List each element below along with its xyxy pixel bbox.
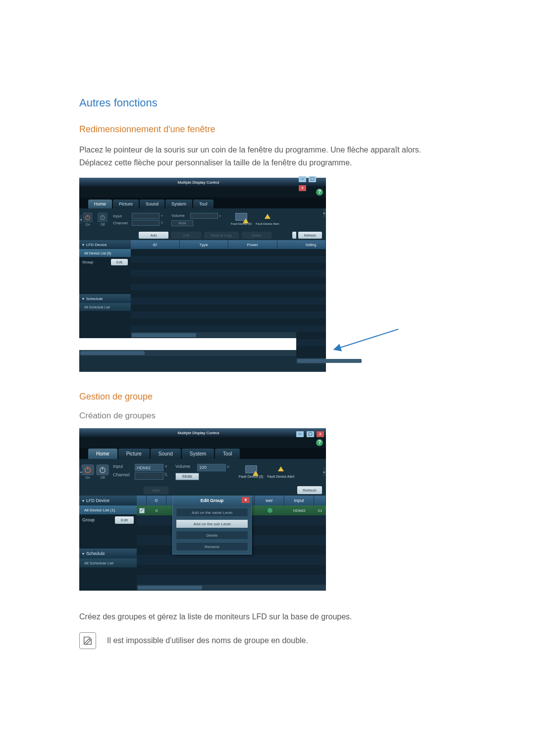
note-text: Il est impossible d'utiliser des noms de… [107, 634, 308, 647]
fault-alert-label: Fault Device Alert [256, 222, 279, 226]
channel-label-2: Channel [113, 472, 135, 480]
all-device-list-2[interactable]: All Device List (1) [79, 505, 137, 514]
channel-select-2[interactable] [135, 472, 163, 480]
action-bar-2: Add Refresh [79, 485, 326, 496]
screenshot-groups: Multiple Display Control – ▢ x ? Home Pi… [79, 428, 456, 591]
action-bar: Add Edit Move & Copy Delete Refresh [79, 230, 326, 240]
toolbar: ◂ On Off Input ▾ Channel ⇅ [79, 208, 326, 230]
input-select-2[interactable]: HDMI2 [135, 464, 163, 471]
heading-resize-window: Redimensionnement d'une fenêtre [79, 124, 456, 135]
power-on-indicator-icon [268, 508, 272, 513]
close-button-3[interactable]: x [317, 431, 324, 437]
volume-label: Volume [171, 213, 190, 218]
input-label-2: Input [113, 464, 135, 471]
power-off-button-2[interactable]: Off [96, 464, 109, 479]
power-off-button[interactable]: Off [96, 212, 109, 227]
volume-field-2[interactable]: 100 [197, 464, 226, 471]
h-scrollbar-4[interactable] [137, 585, 326, 591]
cell-id: 0 [147, 505, 166, 515]
heading-group-mgmt: Gestion de groupe [79, 392, 456, 402]
popup-title: Edit Group [201, 498, 224, 503]
volume-field[interactable] [190, 213, 218, 219]
group-edit-button[interactable]: Edit [111, 259, 128, 265]
maximize-button-2[interactable]: ▢ [309, 176, 316, 182]
power-on-label: On [85, 223, 90, 226]
lfd-device-header[interactable]: LFD Device [79, 240, 131, 249]
power-on-button[interactable]: On [81, 212, 94, 227]
cell-setting: 21 [314, 505, 326, 515]
toolbar-nav-right-3[interactable]: ▸ [323, 467, 326, 476]
toolbar-nav-right-2[interactable]: ▸ [323, 208, 326, 217]
all-schedule-list-2[interactable]: All Schedule List [79, 558, 137, 567]
col-checkbox[interactable] [137, 496, 147, 505]
col-power[interactable]: Power [228, 240, 277, 249]
mute-button-2[interactable]: Mute [175, 473, 199, 480]
add-button[interactable]: Add [139, 232, 168, 239]
row-checkbox[interactable] [139, 508, 145, 513]
mute-button[interactable]: Mute [171, 220, 193, 226]
all-schedule-list[interactable]: All Schedule List [79, 303, 131, 311]
all-device-list[interactable]: All Device List (0) [79, 249, 131, 257]
refresh-button-2[interactable]: Refresh [298, 232, 322, 239]
tab-picture[interactable]: Picture [113, 200, 139, 208]
col-power-2[interactable]: wer [255, 496, 284, 505]
col-type[interactable]: Type [180, 240, 229, 249]
popup-close-button[interactable]: x [242, 497, 250, 503]
input-label: Input [113, 214, 132, 218]
minimize-button-3[interactable]: – [296, 431, 304, 437]
titlebar-2: Multiple Display Control – ▢ x [79, 428, 326, 437]
input-select[interactable] [132, 213, 160, 219]
fault-device-button[interactable]: Fault Device (0) [231, 213, 252, 226]
tab-system[interactable]: System [165, 200, 192, 208]
tab-sound[interactable]: Sound [140, 200, 164, 208]
col-setting-peek: Setting [296, 240, 326, 249]
toolbar-nav-left[interactable]: ◂ [79, 215, 82, 224]
help-icon-2[interactable]: ? [316, 189, 323, 196]
col-id-2[interactable]: 0 [147, 496, 166, 505]
fault-device-button-2[interactable]: Fault Device (0) [239, 465, 263, 479]
paragraph-create: Créez des groupes et gérez la liste de m… [79, 610, 456, 623]
col-id[interactable]: ID [131, 240, 180, 249]
close-button-2[interactable]: x [299, 185, 306, 191]
fault-device-label-2: Fault Device (0) [239, 475, 263, 479]
window-title-2: Multiple Display Control [101, 431, 296, 435]
power-off-label: Off [100, 223, 105, 226]
refresh-button-3[interactable]: Refresh [297, 486, 322, 494]
window-title: Multiple Display Control [101, 180, 296, 185]
fault-alert-button[interactable]: Fault Device Alert [256, 213, 279, 226]
col-input-2[interactable]: Input [284, 496, 314, 505]
group-label-2: Group [82, 517, 112, 522]
minimize-button-2[interactable]: – [299, 176, 306, 182]
channel-select[interactable] [132, 220, 160, 226]
add-same-level-option: Add on the same Level [176, 508, 248, 517]
schedule-header[interactable]: Schedule [79, 294, 131, 303]
tab-sound-2[interactable]: Sound [151, 449, 181, 459]
volume-label-2: Volume [175, 464, 197, 471]
tab-picture-2[interactable]: Picture [118, 449, 150, 459]
cell-power [255, 505, 285, 515]
tab-system-2[interactable]: System [182, 449, 214, 459]
toolbar-nav-left-2[interactable]: ◂ [79, 467, 82, 476]
h-scrollbar-2[interactable] [79, 350, 326, 356]
delete-group-option: Delete [176, 531, 248, 540]
schedule-header-2[interactable]: Schedule [79, 549, 137, 558]
note-icon [79, 632, 96, 649]
tab-home-2[interactable]: Home [88, 449, 117, 459]
h-scrollbar-3[interactable] [296, 358, 326, 364]
lfd-device-header-2[interactable]: LFD Device [79, 496, 137, 505]
tab-tool[interactable]: Tool [193, 200, 214, 208]
help-icon-3[interactable]: ? [316, 439, 323, 446]
edit-button: Edit [171, 232, 201, 239]
channel-label: Channel [113, 221, 132, 225]
titlebar: Multiple Display Control – ▢ x [79, 178, 326, 187]
tab-tool-2[interactable]: Tool [215, 449, 240, 459]
fault-alert-button-2[interactable]: Fault Device Alert [267, 465, 294, 479]
fault-alert-label-2: Fault Device Alert [267, 475, 294, 479]
add-sub-level-option[interactable]: Add on the sub Level [176, 519, 248, 528]
power-on-button-2[interactable]: On [81, 464, 94, 479]
svg-line-4 [339, 329, 398, 348]
group-edit-button-2[interactable]: Edit [115, 516, 134, 524]
heading-create-groups: Création de groupes [79, 411, 456, 421]
tab-home[interactable]: Home [88, 200, 112, 208]
maximize-button-3[interactable]: ▢ [307, 431, 314, 437]
